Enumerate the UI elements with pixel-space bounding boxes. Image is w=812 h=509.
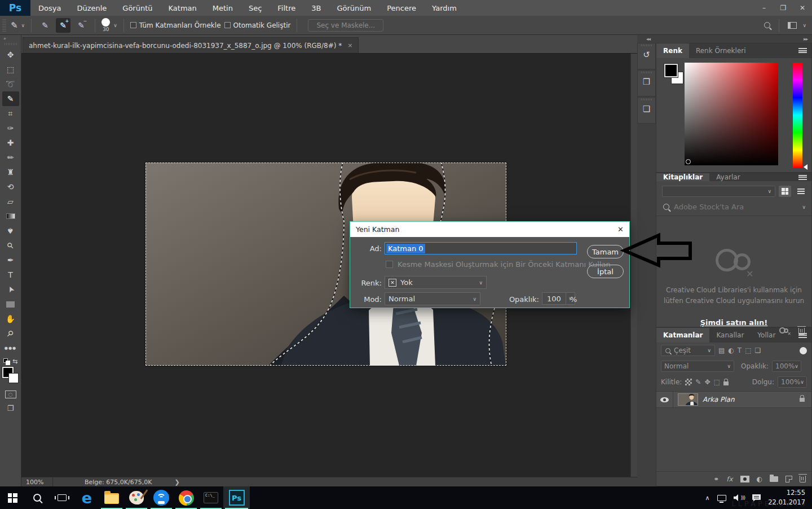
close-button[interactable]: ✕ xyxy=(793,4,812,12)
tab-yollar[interactable]: Yollar xyxy=(751,328,782,343)
layer-row-arka-plan[interactable]: Arka Plan xyxy=(656,391,811,408)
adjustment-layer-icon[interactable]: ◐ xyxy=(757,475,762,483)
brush-size-picker[interactable]: 30 xyxy=(102,18,110,32)
lasso-tool[interactable]: ➰ xyxy=(2,77,19,91)
quick-mask-mode-icon[interactable]: ◌ xyxy=(5,390,16,398)
opacity-select[interactable]: 100%∨ xyxy=(772,361,801,372)
tab-kanallar[interactable]: Kanallar xyxy=(709,328,751,343)
tab-ayarlar[interactable]: Ayarlar xyxy=(709,173,747,181)
start-button[interactable] xyxy=(0,486,25,509)
layer-name[interactable]: Arka Plan xyxy=(703,396,800,403)
filter-smart-objects-icon[interactable]: ❏ xyxy=(755,346,761,354)
layer-thumbnail[interactable] xyxy=(678,393,698,406)
volume-icon[interactable]: ))) xyxy=(734,494,745,501)
tab-katmanlar[interactable]: Katmanlar xyxy=(656,328,709,343)
path-selection-tool[interactable]: ➤ xyxy=(2,282,19,297)
foreground-background-colors[interactable] xyxy=(2,367,19,384)
workspace-icon[interactable] xyxy=(788,22,797,29)
dock-collapse-icon[interactable]: ◂◂ xyxy=(646,36,650,42)
panel-menu-icon[interactable] xyxy=(798,175,807,180)
status-chevron-icon[interactable]: ❯ xyxy=(174,479,179,486)
history-panel-icon[interactable]: ↺ xyxy=(637,43,656,69)
taskbar-clock[interactable]: 12:55 22.01.2017 xyxy=(768,488,805,507)
new-group-icon[interactable] xyxy=(770,476,778,482)
eraser-tool[interactable]: ▱ xyxy=(2,194,19,209)
checkbox-icon[interactable] xyxy=(224,22,231,28)
filter-shape-layers-icon[interactable]: ⬚ xyxy=(745,346,751,354)
filter-adjustment-layers-icon[interactable]: ◐ xyxy=(728,346,734,354)
creative-cloud-sync-icon[interactable]: ✕ xyxy=(779,327,791,335)
edge-icon[interactable]: e xyxy=(74,486,99,509)
buy-now-link[interactable]: Şimdi satın alın! xyxy=(700,318,767,327)
photoshop-taskbar-icon[interactable]: Ps xyxy=(223,486,250,509)
taskbar-search-icon[interactable] xyxy=(25,486,50,509)
tab-renk-ornekleri[interactable]: Renk Örnekleri xyxy=(689,43,753,58)
gradient-tool[interactable] xyxy=(2,209,19,223)
dialog-title-bar[interactable]: Yeni Katman ✕ xyxy=(350,222,629,237)
history-brush-tool[interactable]: ⟲ xyxy=(2,179,19,194)
filter-toggle[interactable] xyxy=(800,347,807,354)
grid-view-button[interactable] xyxy=(779,186,791,197)
task-view-icon[interactable] xyxy=(50,486,74,509)
library-select[interactable]: ∨ xyxy=(662,186,775,197)
panel-menu-icon[interactable] xyxy=(798,48,807,53)
fill-select[interactable]: 100%∨ xyxy=(778,376,807,388)
menu-metin[interactable]: Metin xyxy=(205,4,241,12)
zoom-level[interactable]: 100% xyxy=(21,477,53,486)
layer-style-icon[interactable]: fx xyxy=(726,475,732,483)
layer-visibility-toggle[interactable] xyxy=(656,392,673,407)
action-center-icon[interactable] xyxy=(752,494,761,502)
restore-button[interactable]: ❐ xyxy=(774,4,793,12)
menu-gorunum[interactable]: Görünüm xyxy=(329,4,379,12)
adobe-stock-search-input[interactable]: Adobe Stock'ta Ara xyxy=(674,203,797,211)
chrome-icon[interactable] xyxy=(174,486,198,509)
background-color-swatch[interactable] xyxy=(8,373,19,383)
link-layers-icon[interactable]: ⚭ xyxy=(713,475,719,483)
document-close-icon[interactable]: × xyxy=(347,42,352,49)
hotspot-app-icon[interactable] xyxy=(149,486,174,509)
hand-tool[interactable]: ✋ xyxy=(2,311,19,326)
brush-size-chevron-icon[interactable]: ∨ xyxy=(113,23,117,28)
3d-panel-icon[interactable]: ❒ xyxy=(637,70,656,96)
tray-expand-icon[interactable]: ∧ xyxy=(705,494,710,502)
menu-katman[interactable]: Katman xyxy=(161,4,205,12)
lock-transparency-icon[interactable] xyxy=(685,379,692,385)
notes-panel-icon[interactable]: ❏ xyxy=(637,97,656,124)
add-to-selection-brush-icon[interactable]: ✎+ xyxy=(56,18,70,33)
blend-mode-select[interactable]: Normal ∨ xyxy=(385,292,480,305)
select-and-mask-button[interactable]: Seç ve Maskele... xyxy=(308,19,383,32)
lock-position-icon[interactable]: ✥ xyxy=(704,378,710,386)
new-selection-brush-icon[interactable]: ✎ xyxy=(38,18,52,33)
toolbar-collapse-icon[interactable]: » xyxy=(0,36,6,41)
network-icon[interactable] xyxy=(717,495,726,501)
paint-icon[interactable] xyxy=(124,486,149,509)
color-panel-swatches[interactable] xyxy=(664,64,685,84)
sample-all-layers-checkbox[interactable]: Tüm Katmanları Örnekle xyxy=(130,21,221,29)
pen-tool[interactable]: ✒ xyxy=(2,253,19,267)
checkbox-icon[interactable] xyxy=(386,261,393,268)
menu-filtre[interactable]: Filtre xyxy=(270,4,303,12)
tab-renk[interactable]: Renk xyxy=(656,43,689,58)
tab-kitapliklar[interactable]: Kitaplıklar xyxy=(656,173,709,181)
dodge-tool[interactable]: ⚲ xyxy=(2,238,19,253)
lock-image-icon[interactable]: ✎ xyxy=(695,378,701,386)
subtract-from-selection-brush-icon[interactable]: ✎− xyxy=(74,18,89,33)
canvas-scrollbar[interactable] xyxy=(630,54,637,477)
cancel-button[interactable]: İptal xyxy=(587,265,624,278)
lock-artboard-icon[interactable]: ⬚ xyxy=(713,378,720,386)
type-tool[interactable]: T xyxy=(2,267,19,282)
menu-yardim[interactable]: Yardım xyxy=(424,4,465,12)
color-select[interactable]: ✕ Yok ∨ xyxy=(385,276,487,289)
minimize-button[interactable]: – xyxy=(754,4,774,12)
layer-mask-icon[interactable] xyxy=(740,476,749,482)
menu-3b[interactable]: 3B xyxy=(303,4,329,12)
brush-tool[interactable]: ✏ xyxy=(2,150,19,165)
saturation-brightness-picker[interactable] xyxy=(685,63,778,165)
eyedropper-tool[interactable]: ✑ xyxy=(2,121,19,135)
lock-all-icon[interactable] xyxy=(723,381,729,385)
swap-colors-icon[interactable]: ⇆ xyxy=(12,358,17,365)
checkbox-icon[interactable] xyxy=(130,22,136,28)
panel-menu-icon[interactable] xyxy=(798,333,807,338)
menu-dosya[interactable]: Dosya xyxy=(30,4,69,12)
rectangular-marquee-tool[interactable]: ⬚ xyxy=(2,62,19,77)
